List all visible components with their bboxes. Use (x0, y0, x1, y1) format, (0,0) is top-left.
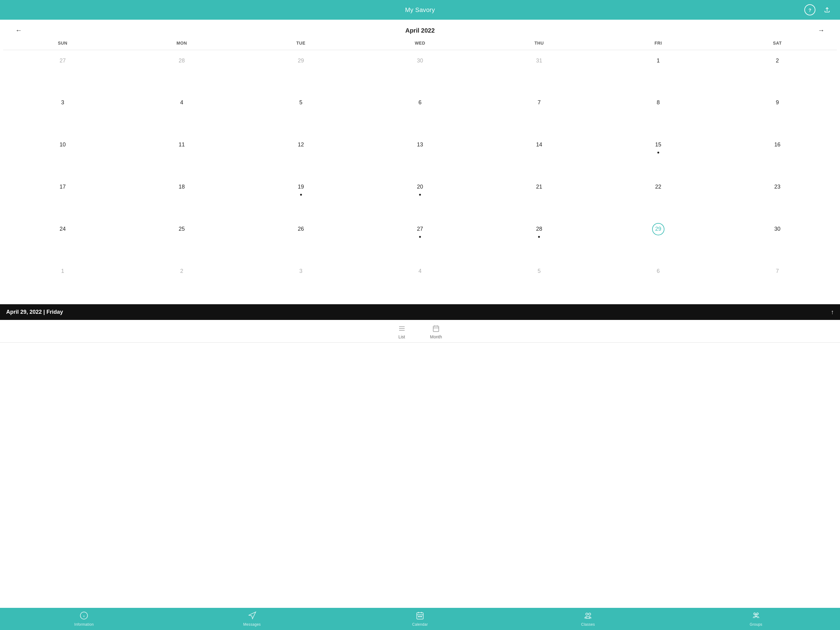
day-number: 28 (533, 223, 545, 235)
day-cell[interactable]: 31 (480, 51, 598, 93)
day-cell[interactable]: 27 (3, 51, 122, 93)
tab-item-information[interactable]: Information (0, 611, 168, 627)
week-row: 272829303112 (3, 51, 837, 93)
day-cell[interactable]: 7 (718, 262, 837, 304)
day-cell[interactable]: 2 (122, 262, 241, 304)
day-cell[interactable]: 19 (242, 178, 360, 220)
day-number: 11 (175, 139, 188, 151)
month-icon (432, 325, 440, 333)
day-number: 7 (533, 97, 545, 109)
day-cell[interactable]: 25 (122, 220, 241, 262)
day-headers: SUNMONTUEWEDTHUFRISAT (3, 39, 837, 50)
day-number: 8 (652, 97, 665, 109)
calendar-month-title: April 2022 (405, 27, 435, 34)
day-cell[interactable]: 12 (242, 136, 360, 178)
day-number: 5 (533, 265, 545, 277)
day-cell[interactable]: 21 (480, 178, 598, 220)
tab-item-calendar[interactable]: Calendar (336, 611, 504, 627)
svg-marker-16 (249, 612, 256, 619)
day-number: 4 (175, 97, 188, 109)
tab-label-classes: Classes (581, 622, 595, 627)
day-header-thu: THU (480, 39, 598, 47)
day-number: 15 (652, 139, 665, 151)
day-cell[interactable]: 29 (598, 220, 718, 262)
day-number: 1 (57, 265, 69, 277)
day-cell[interactable]: 1 (3, 262, 122, 304)
day-cell[interactable]: 2 (718, 51, 837, 93)
day-cell[interactable]: 18 (122, 178, 241, 220)
groups-icon (752, 611, 760, 621)
day-cell[interactable]: 20 (360, 178, 479, 220)
selected-date-bar: April 29, 2022 | Friday ↑ (0, 304, 840, 320)
event-dot (538, 236, 540, 238)
day-cell[interactable]: 29 (242, 51, 360, 93)
day-number: 5 (295, 97, 307, 109)
help-button[interactable]: ? (804, 4, 815, 15)
day-cell[interactable]: 17 (3, 178, 122, 220)
day-header-sun: SUN (3, 39, 122, 47)
week-row: 3456789 (3, 93, 837, 136)
svg-point-22 (420, 616, 420, 617)
day-cell[interactable]: 5 (480, 262, 598, 304)
day-number: 10 (57, 139, 69, 151)
day-cell[interactable]: 6 (598, 262, 718, 304)
tab-item-classes[interactable]: Classes (504, 611, 672, 627)
svg-point-25 (589, 613, 591, 615)
day-cell[interactable]: 24 (3, 220, 122, 262)
day-cell[interactable]: 3 (3, 93, 122, 136)
day-number: 13 (414, 139, 426, 151)
app-header: My Savory ? (0, 0, 840, 20)
day-cell[interactable]: 3 (242, 262, 360, 304)
tab-item-groups[interactable]: Groups (672, 611, 840, 627)
day-cell[interactable]: 26 (242, 220, 360, 262)
share-button[interactable] (821, 4, 833, 15)
list-view-button[interactable]: List (398, 325, 406, 339)
calendar-nav: ← April 2022 → (0, 20, 840, 39)
day-number: 31 (533, 54, 545, 67)
collapse-button[interactable]: ↑ (831, 309, 834, 316)
day-cell[interactable]: 4 (122, 93, 241, 136)
day-cell[interactable]: 14 (480, 136, 598, 178)
messages-icon (248, 611, 256, 621)
day-number: 29 (652, 223, 665, 235)
day-cell[interactable]: 13 (360, 136, 479, 178)
day-number: 17 (57, 181, 69, 193)
tab-bar: Information Messages Calendar (0, 608, 840, 630)
prev-month-button[interactable]: ← (12, 25, 25, 36)
day-number: 23 (771, 181, 783, 193)
day-number: 21 (533, 181, 545, 193)
day-cell[interactable]: 30 (718, 220, 837, 262)
day-cell[interactable]: 23 (718, 178, 837, 220)
day-cell[interactable]: 15 (598, 136, 718, 178)
day-cell[interactable]: 4 (360, 262, 479, 304)
day-cell[interactable]: 22 (598, 178, 718, 220)
day-cell[interactable]: 7 (480, 93, 598, 136)
day-cell[interactable]: 16 (718, 136, 837, 178)
view-toggle: List Month (0, 320, 840, 343)
day-cell[interactable]: 10 (3, 136, 122, 178)
day-cell[interactable]: 27 (360, 220, 479, 262)
day-cell[interactable]: 11 (122, 136, 241, 178)
month-view-button[interactable]: Month (430, 325, 442, 339)
day-cell[interactable]: 28 (480, 220, 598, 262)
day-cell[interactable]: 9 (718, 93, 837, 136)
svg-point-23 (421, 616, 422, 617)
day-number: 14 (533, 139, 545, 151)
day-cell[interactable]: 30 (360, 51, 479, 93)
day-cell[interactable]: 6 (360, 93, 479, 136)
calendar-grid: SUNMONTUEWEDTHUFRISAT 272829303112345678… (0, 39, 840, 304)
svg-point-27 (757, 613, 758, 615)
event-dot (300, 194, 302, 196)
next-month-button[interactable]: → (815, 25, 828, 36)
tab-item-messages[interactable]: Messages (168, 611, 336, 627)
content-area (0, 343, 840, 608)
calendar-icon (416, 611, 424, 621)
tab-label-calendar: Calendar (412, 622, 428, 627)
event-dot (419, 236, 421, 238)
day-cell[interactable]: 1 (598, 51, 718, 93)
day-cell[interactable]: 5 (242, 93, 360, 136)
day-cell[interactable]: 8 (598, 93, 718, 136)
day-cell[interactable]: 28 (122, 51, 241, 93)
day-header-fri: FRI (598, 39, 718, 47)
app-title: My Savory (405, 6, 435, 14)
